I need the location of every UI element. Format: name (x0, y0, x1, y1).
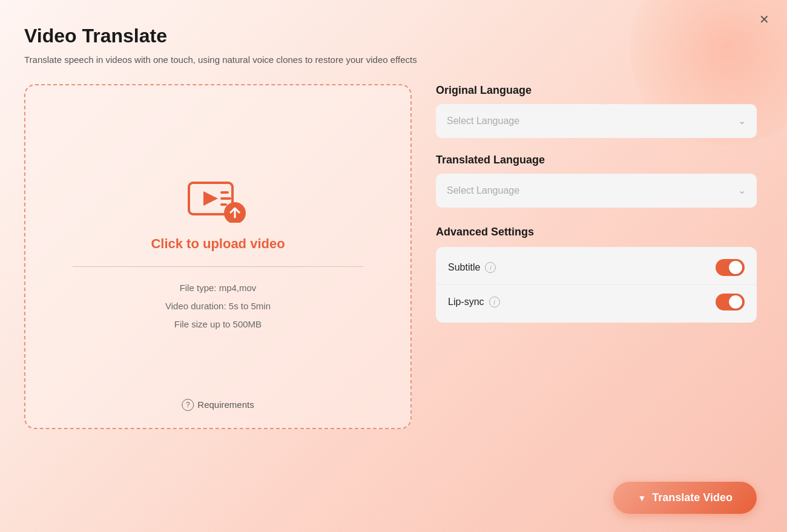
advanced-settings-box: Subtitle i Lip-sync i (436, 247, 757, 323)
translated-language-chevron-icon: ⌄ (738, 185, 746, 196)
right-panel: Original Language Select Language ⌄ Tran… (436, 84, 757, 323)
subtitle-label: Subtitle (448, 262, 480, 273)
main-container: Video Translate Translate speech in vide… (0, 0, 787, 532)
lipsync-setting-row: Lip-sync i (436, 284, 757, 319)
requirements-label: Requirements (197, 399, 254, 410)
lipsync-setting-left: Lip-sync i (448, 297, 500, 307)
subtitle-toggle-thumb (729, 261, 742, 274)
subtitle-toggle-track (716, 259, 745, 276)
page-title: Video Translate (24, 24, 757, 47)
bottom-bar: ▼ Translate Video (24, 470, 757, 514)
requirements-link[interactable]: ? Requirements (182, 399, 254, 411)
svg-marker-1 (203, 191, 218, 206)
header-section: Video Translate Translate speech in vide… (24, 24, 757, 67)
subtitle-info-icon[interactable]: i (485, 262, 496, 273)
page-subtitle: Translate speech in videos with one touc… (24, 53, 757, 67)
lipsync-toggle-track (716, 294, 745, 310)
lipsync-info-icon[interactable]: i (489, 297, 500, 307)
lipsync-toggle[interactable] (716, 294, 745, 310)
subtitle-setting-left: Subtitle i (448, 262, 496, 273)
subtitle-setting-row: Subtitle i (436, 251, 757, 284)
video-duration-info: Video duration: 5s to 5min (165, 297, 271, 315)
file-size-info: File size up to 500MB (165, 315, 271, 333)
translate-btn-icon: ▼ (637, 493, 646, 503)
original-language-chevron-icon: ⌄ (738, 115, 746, 126)
upload-click-text: Click to upload video (151, 236, 285, 252)
subtitle-toggle[interactable] (716, 259, 745, 276)
advanced-settings-label: Advanced Settings (436, 226, 757, 238)
original-language-dropdown[interactable]: Select Language ⌄ (436, 104, 757, 138)
upload-icon (188, 179, 248, 225)
translate-btn-label: Translate Video (652, 491, 733, 504)
translated-language-dropdown[interactable]: Select Language ⌄ (436, 174, 757, 208)
main-content: Click to upload video File type: mp4,mov… (24, 84, 757, 470)
lipsync-toggle-thumb (729, 295, 742, 309)
original-language-label: Original Language (436, 84, 757, 97)
lipsync-label: Lip-sync (448, 297, 484, 307)
upload-divider (73, 266, 363, 267)
upload-info: File type: mp4,mov Video duration: 5s to… (165, 279, 271, 333)
upload-area[interactable]: Click to upload video File type: mp4,mov… (24, 84, 412, 429)
translate-video-button[interactable]: ▼ Translate Video (613, 482, 757, 514)
translated-language-label: Translated Language (436, 154, 757, 166)
file-type-info: File type: mp4,mov (165, 279, 271, 297)
close-button[interactable]: ✕ (756, 11, 772, 28)
translated-language-placeholder: Select Language (447, 185, 519, 196)
requirements-icon: ? (182, 399, 194, 411)
original-language-placeholder: Select Language (447, 116, 519, 126)
